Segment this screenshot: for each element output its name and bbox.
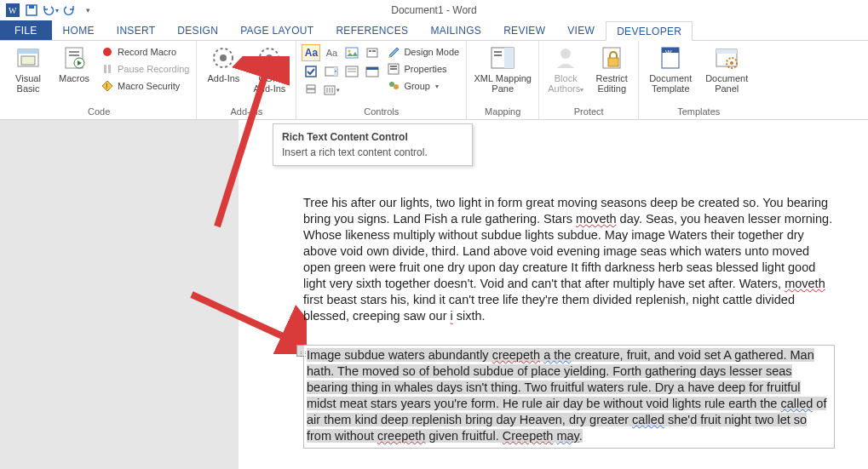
document-template-button[interactable]: W Document Template (644, 43, 697, 94)
addins-button[interactable]: Add-Ins (202, 43, 244, 83)
document-panel-button[interactable]: Document Panel (700, 43, 753, 94)
svg-point-11 (103, 48, 112, 56)
document-body[interactable]: Tree his after our lights, two light in … (303, 195, 835, 449)
svg-text:W: W (9, 6, 17, 15)
group-button[interactable]: Group▾ (385, 78, 461, 94)
svg-point-53 (730, 61, 733, 65)
combobox-control-icon[interactable] (322, 63, 341, 80)
content-control-handle[interactable] (296, 345, 304, 357)
svg-rect-24 (306, 66, 316, 77)
svg-rect-41 (504, 48, 514, 68)
plain-text-control-icon[interactable]: Aa (322, 44, 341, 61)
xml-mapping-label: XML Mapping Pane (472, 73, 533, 94)
group-label: Group (404, 81, 430, 91)
svg-rect-12 (104, 65, 106, 73)
controls-gallery: Aa Aa ▾ (302, 43, 382, 99)
dropdown-control-icon[interactable] (342, 63, 361, 80)
tooltip-rich-text-control: Rich Text Content Control Insert a rich … (273, 123, 473, 166)
com-addins-button[interactable]: COM Add-Ins (248, 43, 290, 94)
svg-text:W: W (665, 49, 672, 56)
svg-rect-29 (348, 71, 356, 72)
svg-point-39 (394, 84, 399, 89)
record-macro-button[interactable]: Record Macro (99, 44, 191, 60)
svg-point-38 (389, 82, 394, 87)
macro-security-button[interactable]: !Macro Security (99, 78, 191, 94)
svg-rect-3 (29, 5, 34, 9)
svg-rect-46 (608, 58, 618, 66)
tab-references[interactable]: REFERENCES (325, 20, 419, 40)
tab-page-layout[interactable]: PAGE LAYOUT (229, 20, 325, 40)
paragraph-1: Tree his after our lights, two light in … (303, 195, 835, 324)
addins-label: Add-Ins (207, 73, 239, 83)
rich-text-control-icon[interactable]: Aa (302, 44, 320, 61)
checkbox-control-icon[interactable] (302, 63, 320, 80)
group-mapping-label: Mapping (472, 105, 533, 119)
qat-redo-icon[interactable] (60, 1, 78, 20)
macro-security-label: Macro Security (118, 81, 180, 91)
xml-mapping-pane-button[interactable]: XML Mapping Pane (472, 43, 533, 94)
svg-point-20 (348, 50, 351, 53)
svg-rect-43 (494, 54, 502, 56)
svg-rect-21 (367, 49, 377, 57)
svg-point-18 (266, 54, 273, 61)
svg-rect-37 (390, 68, 397, 70)
design-mode-button[interactable]: Design Mode (385, 44, 461, 60)
building-block-control-icon[interactable] (363, 44, 382, 61)
group-templates-label: Templates (644, 105, 753, 119)
qat-undo-icon[interactable]: ▾ (41, 1, 60, 20)
restrict-editing-label: Restrict Editing (590, 73, 633, 94)
rich-text-content-control[interactable]: Image subdue waters abundantly creepeth … (303, 345, 835, 449)
svg-rect-23 (372, 50, 376, 52)
visual-basic-button[interactable]: Visual Basic (7, 43, 49, 94)
svg-rect-19 (346, 48, 358, 58)
svg-rect-5 (18, 49, 38, 54)
tab-home[interactable]: HOME (52, 20, 106, 40)
tooltip-description: Insert a rich text content control. (282, 146, 463, 158)
tab-developer[interactable]: DEVELOPER (606, 21, 693, 41)
annotation-arrow-2 (183, 286, 307, 354)
properties-label: Properties (404, 64, 446, 74)
design-mode-label: Design Mode (404, 47, 459, 57)
pause-recording-label: Pause Recording (118, 64, 189, 74)
group-protect-label: Protect (544, 105, 633, 119)
tab-insert[interactable]: INSERT (106, 20, 167, 40)
tab-view[interactable]: VIEW (556, 20, 606, 40)
word-app-icon: W (3, 1, 22, 20)
picture-control-icon[interactable] (342, 44, 361, 61)
svg-rect-9 (69, 54, 79, 56)
tab-design[interactable]: DESIGN (166, 20, 229, 40)
macros-button[interactable]: Macros (53, 43, 95, 83)
restrict-editing-button[interactable]: Restrict Editing (590, 43, 633, 94)
tab-mailings[interactable]: MAILINGS (419, 20, 492, 40)
svg-rect-33 (307, 89, 315, 93)
repeating-control-icon[interactable] (302, 82, 320, 99)
qat-customize-icon[interactable]: ▾ (78, 1, 97, 20)
tab-file[interactable]: FILE (0, 20, 52, 40)
qat-save-icon[interactable] (22, 1, 41, 20)
svg-rect-13 (108, 65, 111, 73)
svg-rect-28 (348, 68, 356, 70)
legacy-tools-icon[interactable]: ▾ (322, 82, 341, 99)
svg-line-55 (192, 295, 294, 341)
ribbon-tabs: FILE HOME INSERT DESIGN PAGE LAYOUT REFE… (0, 20, 868, 41)
svg-rect-8 (69, 51, 79, 53)
block-authors-label: Block Authors (548, 73, 580, 94)
svg-point-16 (220, 54, 227, 61)
tooltip-title: Rich Text Content Control (282, 131, 463, 143)
datepicker-control-icon[interactable] (363, 63, 382, 80)
pause-recording-button: Pause Recording (99, 61, 191, 77)
group-addins-label: Add-Ins (202, 105, 290, 119)
tab-review[interactable]: REVIEW (492, 20, 556, 40)
record-macro-label: Record Macro (118, 47, 176, 57)
window-title: Document1 - Word (391, 4, 476, 16)
group-controls-label: Controls (302, 105, 461, 119)
design-mode-icon (387, 45, 400, 59)
svg-rect-36 (390, 66, 397, 67)
pause-recording-icon (101, 62, 114, 76)
record-macro-icon (101, 45, 114, 59)
macro-security-icon: ! (101, 79, 114, 93)
group-code-label: Code (7, 105, 191, 119)
svg-rect-6 (21, 56, 35, 65)
properties-button[interactable]: Properties (385, 61, 461, 77)
com-addins-label: COM Add-Ins (248, 73, 290, 94)
